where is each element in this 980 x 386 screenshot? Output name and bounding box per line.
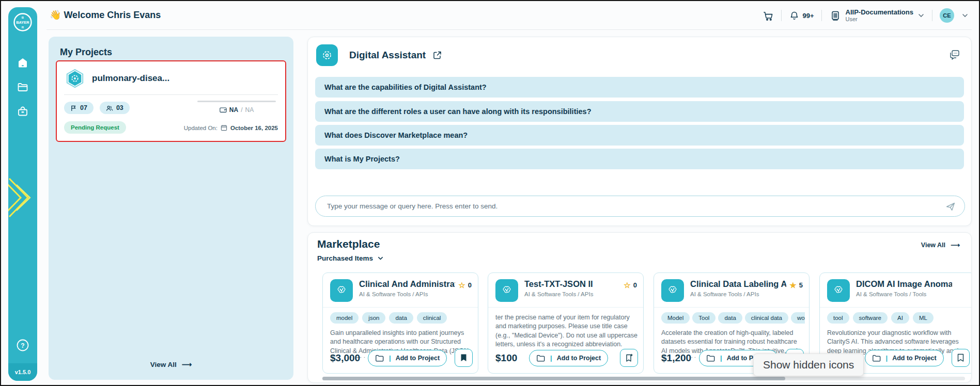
bookmark-button[interactable] xyxy=(455,349,473,367)
tag-pill: software xyxy=(853,312,888,324)
project-quota: NA / NA xyxy=(197,101,276,114)
sidebar: BAYER B R ? v1.5.0 xyxy=(8,7,37,381)
product-icon xyxy=(495,279,518,302)
product-category: AI & Software Tools / APIs xyxy=(690,291,786,297)
digital-assistant-panel: Digital Assistant What are the capabilit… xyxy=(307,37,972,226)
product-icon xyxy=(827,279,850,302)
chat-history-icon[interactable] xyxy=(948,49,961,63)
bookmark-icon xyxy=(957,353,965,362)
star-icon: ☆ xyxy=(624,281,630,289)
notification-count: 99+ xyxy=(802,12,814,20)
home-icon[interactable] xyxy=(17,57,29,71)
tag-pill: ML xyxy=(913,312,934,324)
wallet-icon xyxy=(220,107,227,113)
chat-input[interactable] xyxy=(316,202,945,210)
folder-icon xyxy=(706,354,715,362)
org-role: User xyxy=(846,16,913,22)
product-title: DICOM AI Image Anoma... xyxy=(856,279,952,289)
external-link-icon[interactable] xyxy=(433,51,442,60)
horizontal-scrollbar[interactable] xyxy=(322,377,965,380)
folder-icon xyxy=(536,354,546,362)
add-to-project-button[interactable]: | Add to Project xyxy=(368,350,447,366)
svg-text:B: B xyxy=(22,16,24,19)
project-name: pulmonary-disea... xyxy=(92,73,169,84)
suggested-question-3[interactable]: What does Discover Marketplace mean? xyxy=(315,125,964,146)
header-actions: 99+ AIIP-Documentations User CE xyxy=(762,5,969,26)
tag-pill: data xyxy=(389,312,413,324)
assistant-title: Digital Assistant xyxy=(349,50,426,61)
projects-folder-icon[interactable] xyxy=(17,81,29,95)
suggested-question-4[interactable]: What is My Projects? xyxy=(315,149,964,169)
quota-separator: / xyxy=(241,106,242,114)
tag-pill: clinical data xyxy=(745,312,788,324)
suggested-question-2[interactable]: What are the different roles a user can … xyxy=(315,101,964,122)
divider xyxy=(821,10,822,21)
bookmark-button[interactable] xyxy=(952,349,970,367)
arrow-right-icon: ⟶ xyxy=(951,241,960,249)
avatar[interactable]: CE xyxy=(940,8,954,23)
divider xyxy=(323,307,478,308)
product-category: AI & Software Tools / APIs xyxy=(524,291,593,297)
suggested-question-1[interactable]: What are the capabilities of Digital Ass… xyxy=(315,77,964,98)
product-rating: ☆0 xyxy=(458,281,472,289)
marketplace-card[interactable]: Test-TXT-JSON II AI & Software Tools / A… xyxy=(488,272,644,374)
quota-total: NA xyxy=(245,106,254,114)
my-projects-view-all[interactable]: View All⟶ xyxy=(150,360,192,368)
org-switcher[interactable]: AIIP-Documentations User xyxy=(829,9,925,23)
divider xyxy=(781,10,782,21)
marketplace-bag-icon[interactable] xyxy=(17,105,29,119)
marketplace-filter-dropdown[interactable]: Purchased Items xyxy=(317,254,384,262)
chevron-down-icon xyxy=(377,255,384,262)
marketplace-view-all[interactable]: View All⟶ xyxy=(921,241,960,249)
product-price: $100 xyxy=(495,352,517,364)
project-member-count: 03 xyxy=(100,102,130,114)
marketplace-panel: Marketplace Purchased Items View All⟶ Cl… xyxy=(307,232,972,383)
cart-icon[interactable] xyxy=(762,10,774,22)
product-icon xyxy=(330,279,353,302)
divider xyxy=(654,307,809,308)
tag-pill: Model xyxy=(661,312,690,324)
bookmark-button[interactable] xyxy=(620,349,638,367)
project-flag-count: 07 xyxy=(64,102,94,114)
product-price: $1,200 xyxy=(661,352,691,364)
scrollbar-thumb[interactable] xyxy=(322,377,785,380)
tag-pill: json xyxy=(362,312,385,324)
show-hidden-icons-tooltip: Show hidden icons xyxy=(753,353,864,376)
tag-pill: model xyxy=(330,312,359,324)
star-icon: ★ xyxy=(789,281,796,289)
calendar-icon xyxy=(221,124,227,131)
tag-list: toolsoftwareAIML xyxy=(827,312,971,324)
product-title: Test-TXT-JSON II xyxy=(524,279,593,289)
version-label: v1.5.0 xyxy=(8,363,37,381)
tag-pill: clinical xyxy=(417,312,447,324)
product-rating: ★5 xyxy=(789,281,803,289)
header-divider xyxy=(46,29,972,30)
svg-text:?: ? xyxy=(21,342,24,349)
tag-list: ModelTooldataclinical dataworkbench... xyxy=(661,312,805,324)
chat-input-container xyxy=(315,196,965,217)
flag-icon xyxy=(70,105,77,111)
my-projects-panel: My Projects pulmonary-disea... 07 xyxy=(49,37,293,380)
send-icon[interactable] xyxy=(945,201,956,212)
updated-on: Updated On: October 16, 2025 xyxy=(184,124,278,131)
folder-icon xyxy=(375,354,384,362)
add-to-project-button[interactable]: | Add to Project xyxy=(529,350,608,366)
status-badge: Pending Request xyxy=(64,121,126,134)
tag-pill: workbench xyxy=(791,312,805,324)
chevron-down-icon[interactable] xyxy=(961,12,969,19)
project-hexagon-icon xyxy=(65,69,85,88)
project-card[interactable]: pulmonary-disea... 07 03 NA / xyxy=(56,60,286,142)
product-title: Clinical Data Labeling A... xyxy=(690,279,786,289)
tag-pill: AI xyxy=(891,312,909,324)
svg-text:R: R xyxy=(22,26,24,29)
folder-icon xyxy=(872,354,881,362)
product-price: $3,000 xyxy=(330,352,360,364)
marketplace-card[interactable]: Clinical And Administrati... AI & Softwa… xyxy=(322,272,478,374)
add-to-project-button[interactable]: | Add to Project xyxy=(865,350,944,366)
bookmark-add-icon xyxy=(625,353,633,363)
my-projects-title: My Projects xyxy=(60,47,112,58)
notifications-button[interactable]: 99+ xyxy=(789,10,814,21)
org-icon xyxy=(829,9,842,22)
help-icon[interactable]: ? xyxy=(16,339,29,354)
users-icon xyxy=(106,105,113,111)
